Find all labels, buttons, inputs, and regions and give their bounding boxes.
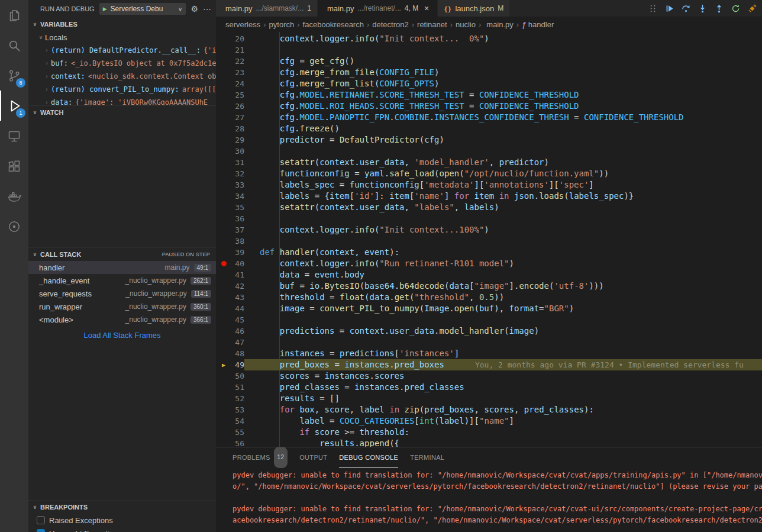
code-line-50[interactable]: 50 scores = instances.scores <box>216 370 762 382</box>
code-line-28[interactable]: 28 cfg.freeze() <box>216 123 762 134</box>
variable-row[interactable]: ›(return) DefaultPredictor.__call__:{'in… <box>28 44 216 57</box>
breakpoint-gutter[interactable] <box>216 168 231 179</box>
breakpoint-row[interactable]: ✓Uncaught Exceptions <box>28 527 216 532</box>
start-debug-icon[interactable]: ▶ <box>103 6 107 12</box>
panel-tab-problems[interactable]: PROBLEMS12 <box>233 447 288 467</box>
variable-row[interactable]: ›data:{'image': 'iVBORw0KGgoAAAANSUhE <box>28 96 216 105</box>
call-stack-header[interactable]: ∨ CALL STACK PAUSED ON STEP <box>28 248 216 261</box>
breadcrumb-item-retinanet[interactable]: retinanet <box>417 20 447 29</box>
breakpoint-gutter[interactable] <box>216 393 231 404</box>
code-line-34[interactable]: 34 labels = {item['id']: item['name'] fo… <box>216 191 762 202</box>
code-line-42[interactable]: 42 buf = io.BytesIO(base64.b64decode(dat… <box>216 280 762 292</box>
breakpoint-gutter[interactable] <box>216 179 231 191</box>
line-number[interactable]: 26 <box>231 101 244 112</box>
stack-frame-_handle_event[interactable]: _handle_event_nuclio_wrapper.py262:1 <box>28 274 216 287</box>
code-line-23[interactable]: 23 cfg.merge_from_file(CONFIG_FILE) <box>216 67 762 78</box>
line-number[interactable]: 53 <box>231 404 244 415</box>
line-number[interactable]: 29 <box>231 134 244 146</box>
line-number[interactable]: 25 <box>231 89 244 101</box>
line-number[interactable]: 56 <box>231 438 244 447</box>
breakpoint-gutter[interactable] <box>216 415 231 427</box>
breadcrumb-item-handler[interactable]: ƒhandler <box>522 20 554 29</box>
more-actions-icon[interactable]: ··· <box>203 4 211 14</box>
activity-item-run-and-debug[interactable]: 1 <box>0 91 28 121</box>
panel-tab-output[interactable]: OUTPUT <box>299 447 327 467</box>
breakpoint-gutter[interactable] <box>216 292 231 303</box>
gear-icon[interactable]: ⚙ <box>190 4 198 14</box>
line-number[interactable]: 31 <box>231 157 244 168</box>
activity-item-search[interactable] <box>0 30 28 60</box>
panel-tab-terminal[interactable]: TERMINAL <box>410 447 444 467</box>
breakpoint-gutter[interactable] <box>216 78 231 89</box>
code-line-44[interactable]: 44 image = convert_PIL_to_numpy(Image.op… <box>216 303 762 314</box>
line-number[interactable]: 34 <box>231 191 244 202</box>
line-number[interactable]: 46 <box>231 325 244 337</box>
line-number[interactable]: 36 <box>231 213 244 224</box>
line-number[interactable]: 33 <box>231 179 244 191</box>
code-line-54[interactable]: 54 label = COCO_CATEGORIES[int(label)]["… <box>216 415 762 427</box>
stack-frame-run_wrapper[interactable]: run_wrapper_nuclio_wrapper.py360:1 <box>28 300 216 313</box>
code-line-26[interactable]: 26 cfg.MODEL.ROI_HEADS.SCORE_THRESH_TEST… <box>216 101 762 112</box>
code-line-24[interactable]: 24 cfg.merge_from_list(CONFIG_OPTS) <box>216 78 762 89</box>
line-number[interactable]: 24 <box>231 78 244 89</box>
code-line-48[interactable]: 48 instances = predictions['instances'] <box>216 348 762 359</box>
breadcrumb-item-nuclio[interactable]: nuclio <box>456 20 476 29</box>
breakpoint-gutter[interactable] <box>216 123 231 134</box>
breakpoint-gutter[interactable] <box>216 213 231 224</box>
breakpoint-row[interactable]: Raised Exceptions <box>28 514 216 527</box>
line-number[interactable]: 35 <box>231 202 244 213</box>
breakpoint-gutter[interactable] <box>216 56 231 67</box>
breakpoint-gutter[interactable] <box>216 258 231 269</box>
breakpoint-gutter[interactable] <box>216 247 231 258</box>
code-line-46[interactable]: 46 predictions = context.user_data.model… <box>216 325 762 337</box>
breakpoint-gutter[interactable] <box>216 438 231 447</box>
step-into-icon[interactable] <box>697 3 708 14</box>
code-line-55[interactable]: 55 if score >= threshold: <box>216 427 762 438</box>
line-number[interactable]: 44 <box>231 303 244 314</box>
checkbox-checked[interactable]: ✓ <box>37 529 45 532</box>
line-number[interactable]: 45 <box>231 314 244 325</box>
line-number[interactable]: 23 <box>231 67 244 78</box>
line-number[interactable]: 51 <box>231 382 244 393</box>
code-line-25[interactable]: 25 cfg.MODEL.RETINANET.SCORE_THRESH_TEST… <box>216 89 762 101</box>
activity-item-remote-explorer[interactable] <box>0 121 28 151</box>
code-line-45[interactable]: 45 <box>216 314 762 325</box>
code-line-52[interactable]: 52 results = [] <box>216 393 762 404</box>
breadcrumb-item-facebookresearch[interactable]: facebookresearch <box>303 20 364 29</box>
breakpoint-gutter[interactable] <box>216 101 231 112</box>
line-number[interactable]: 43 <box>231 292 244 303</box>
continue-icon[interactable] <box>664 3 674 14</box>
watch-header[interactable]: ∨ WATCH <box>28 106 216 119</box>
activity-item-extensions[interactable] <box>0 151 28 181</box>
line-number[interactable]: 39 <box>231 247 244 258</box>
code-line-51[interactable]: 51 pred_classes = instances.pred_classes <box>216 382 762 393</box>
breakpoint-gutter[interactable] <box>216 370 231 382</box>
breakpoint-icon[interactable] <box>221 261 227 266</box>
line-number[interactable]: 47 <box>231 337 244 348</box>
breakpoint-gutter[interactable] <box>216 202 231 213</box>
breakpoint-gutter[interactable] <box>216 33 231 44</box>
breakpoint-gutter[interactable] <box>216 89 231 101</box>
editor-tab-main.py[interactable]: main.py.../siammask/...1 <box>216 0 318 17</box>
line-number[interactable]: 48 <box>231 348 244 359</box>
checkbox-unchecked[interactable] <box>37 516 45 524</box>
variable-row[interactable]: ›buf:<_io.BytesIO object at 0x7f5a2dc1ec… <box>28 57 216 70</box>
activity-item-explorer[interactable] <box>0 0 28 30</box>
scope-locals[interactable]: ∨ Locals <box>28 31 216 44</box>
line-number[interactable]: 27 <box>231 112 244 123</box>
code-line-33[interactable]: 33 labels_spec = functionconfig['metadat… <box>216 179 762 191</box>
code-line-40[interactable]: 40 context.logger.info("Run retinanet-R1… <box>216 258 762 269</box>
breakpoint-gutter[interactable] <box>216 314 231 325</box>
breakpoint-gutter[interactable] <box>216 348 231 359</box>
breakpoint-gutter[interactable] <box>216 236 231 247</box>
line-number[interactable]: 42 <box>231 280 244 292</box>
breakpoint-gutter[interactable] <box>216 224 231 236</box>
breakpoint-gutter[interactable] <box>216 427 231 438</box>
breakpoint-gutter[interactable] <box>216 269 231 280</box>
breakpoint-gutter[interactable]: ▶ <box>216 359 231 370</box>
editor-tab-launch.json[interactable]: {}launch.jsonM <box>438 0 510 17</box>
breakpoint-gutter[interactable] <box>216 191 231 202</box>
code-line-41[interactable]: 41 data = event.body <box>216 269 762 280</box>
code-line-47[interactable]: 47 <box>216 337 762 348</box>
breakpoint-gutter[interactable] <box>216 112 231 123</box>
